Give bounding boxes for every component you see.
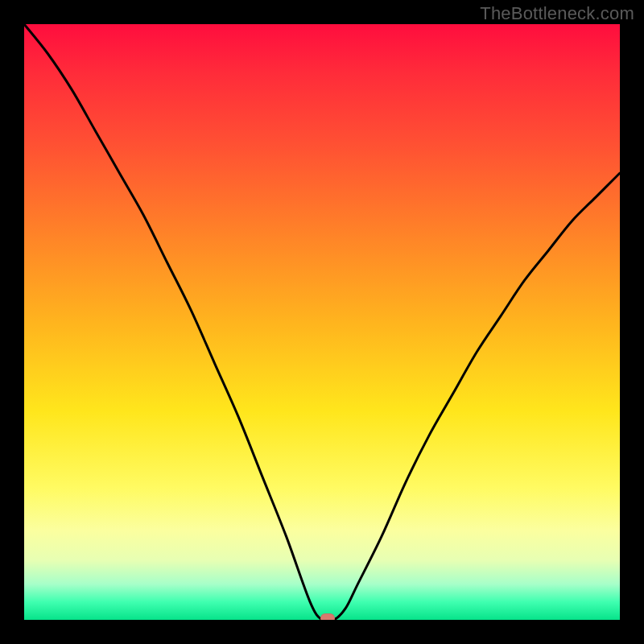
watermark-text: TheBottleneck.com [480, 3, 634, 24]
bottleneck-curve [24, 24, 620, 620]
chart-frame: TheBottleneck.com [0, 0, 644, 644]
curve-svg [24, 24, 620, 620]
plot-area [24, 24, 620, 620]
optimal-marker-dot [320, 613, 335, 620]
